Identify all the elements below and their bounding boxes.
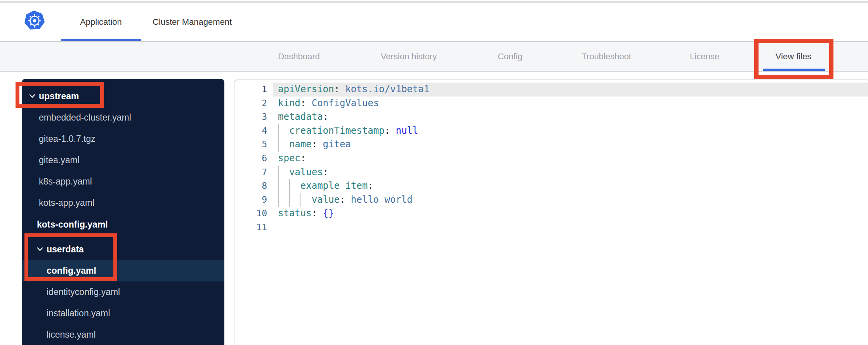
line-number: 2 [234,97,273,110]
code-lines: 1apiVersion: kots.io/v1beta12kind: Confi… [234,83,868,235]
code-text[interactable]: value: hello world [273,193,868,207]
code-text[interactable]: values: [273,166,868,179]
indent-guide [278,166,289,179]
code-line-9: 9value: hello world [234,193,868,207]
tree-item-label: kots-app.yaml [39,198,94,208]
tree-item-label: k8s-app.yaml [39,176,92,187]
indent-guide [278,193,289,207]
code-text[interactable]: creationTimestamp: null [273,124,868,138]
tree-file-identityconfig-yaml[interactable]: identityconfig.yaml [22,281,224,303]
code-line-6: 6spec: [234,152,868,166]
tree-file-k8s-app-yaml[interactable]: k8s-app.yaml [22,171,224,192]
chevron-down-icon [29,94,35,98]
tab-dashboard[interactable]: Dashboard [278,42,320,71]
tab-config[interactable]: Config [498,42,523,71]
code-line-3: 3metadata: [234,110,868,124]
chevron-down-icon [37,247,43,251]
tree-item-label: config.yaml [47,266,96,276]
tree-item-label: embedded-cluster.yaml [39,112,131,123]
tab-view-files[interactable]: View files [776,42,812,71]
tree-item-label: gitea.yaml [39,155,80,166]
line-number: 8 [234,179,273,193]
indent-guide [289,193,300,207]
line-number: 1 [234,83,273,97]
code-line-2: 2kind: ConfigValues [234,97,868,110]
tab-version-history[interactable]: Version history [381,42,437,71]
code-editor[interactable]: 1apiVersion: kots.io/v1beta12kind: Confi… [234,79,868,345]
tree-item-label: kots-config.yaml [37,219,108,230]
tree-item-label: userdata [47,244,84,255]
code-text[interactable]: name: gitea [273,138,868,152]
indent-guide [300,193,312,207]
tree-file-config-yaml[interactable]: config.yaml [22,260,224,281]
code-line-7: 7values: [234,166,868,179]
line-number: 9 [234,193,273,207]
app-nav: DashboardVersion historyConfigTroublesho… [0,41,868,72]
tab-license[interactable]: License [690,42,719,71]
tree-item-label: identityconfig.yaml [47,287,120,297]
line-number: 6 [234,152,273,166]
line-number: 5 [234,138,273,152]
tree-folder-kots-config-yaml[interactable]: kots-config.yaml [22,214,224,235]
tab-troubleshoot[interactable]: Troubleshoot [582,42,631,71]
indent-guide [278,179,289,193]
code-text[interactable] [273,221,868,235]
tab-cluster-management[interactable]: Cluster Management [153,3,232,41]
line-number: 7 [234,166,273,179]
tree-file-installation-yaml[interactable]: installation.yaml [22,303,224,324]
code-line-8: 8example_item: [234,179,868,193]
tree-file-kots-app-yaml[interactable]: kots-app.yaml [22,192,224,214]
code-line-10: 10status: {} [234,207,868,221]
tree-file-gitea-yaml[interactable]: gitea.yaml [22,150,224,171]
tree-file-embedded-cluster-yaml[interactable]: embedded-cluster.yaml [22,107,224,128]
line-number: 10 [234,207,273,221]
tree-file-gitea-1-0-7-tgz[interactable]: gitea-1.0.7.tgz [22,128,224,150]
code-text[interactable]: spec: [273,152,868,166]
indent-guide [278,124,289,138]
tree-item-label: upstream [39,91,79,102]
tree-item-label: license.yaml [47,329,96,340]
tree-file-license-yaml[interactable]: license.yaml [22,324,224,345]
code-line-4: 4creationTimestamp: null [234,124,868,138]
code-text[interactable]: example_item: [273,179,868,193]
tree-folder-upstream[interactable]: upstream [22,85,224,107]
tab-application[interactable]: Application [61,3,141,41]
code-line-1: 1apiVersion: kots.io/v1beta1 [234,83,868,97]
line-number: 3 [234,110,273,124]
line-number: 4 [234,124,273,138]
file-tree: upstreamembedded-cluster.yamlgitea-1.0.7… [22,79,224,345]
indent-guide [278,138,289,152]
code-line-11: 11 [234,221,868,235]
code-text[interactable]: metadata: [273,110,868,124]
code-text[interactable]: kind: ConfigValues [273,97,868,110]
tree-item-label: installation.yaml [47,308,110,319]
tree-item-label: gitea-1.0.7.tgz [39,134,95,144]
indent-guide [289,179,300,193]
app-header: Application Cluster Management [0,3,868,41]
kubernetes-logo-icon [23,10,46,33]
tree-folder-userdata[interactable]: userdata [22,238,224,260]
code-text[interactable]: apiVersion: kots.io/v1beta1 [273,83,868,97]
line-number: 11 [234,221,273,235]
code-line-5: 5name: gitea [234,138,868,152]
code-text[interactable]: status: {} [273,207,868,221]
